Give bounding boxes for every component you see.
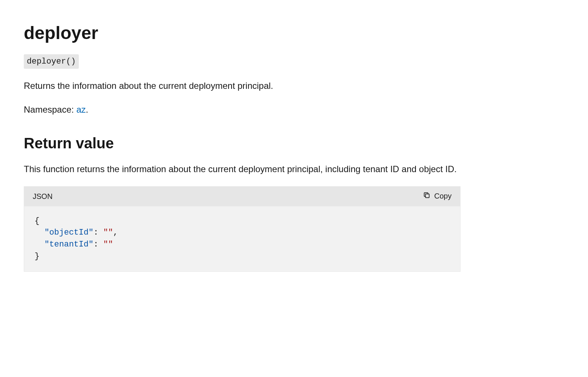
return-value-description: This function returns the information ab… <box>24 162 459 176</box>
namespace-line: Namespace: az. <box>24 103 459 116</box>
code-token: { <box>35 216 39 226</box>
function-signature: deployer() <box>24 54 79 69</box>
svg-rect-0 <box>426 194 429 198</box>
code-token: "objectId" <box>44 228 93 237</box>
code-block-body: { "objectId": "", "tenantId": "" } <box>24 206 461 272</box>
page-heading: deployer <box>24 22 564 44</box>
code-token: "tenantId" <box>44 240 93 249</box>
code-token: : <box>93 228 103 237</box>
code-token: } <box>35 252 39 261</box>
code-token: "" <box>103 228 113 237</box>
copy-button-label: Copy <box>434 192 452 200</box>
code-token: , <box>113 228 118 237</box>
code-token <box>35 240 44 249</box>
copy-icon <box>423 191 430 201</box>
code-block: JSON Copy { "objectId": "", "tenantId": … <box>24 186 461 272</box>
namespace-suffix: . <box>86 104 88 115</box>
function-description: Returns the information about the curren… <box>24 79 459 93</box>
code-block-header: JSON Copy <box>24 186 461 206</box>
return-value-heading: Return value <box>24 134 564 152</box>
namespace-label: Namespace: <box>24 104 76 115</box>
code-token: : <box>93 240 103 249</box>
copy-button[interactable]: Copy <box>423 191 452 201</box>
code-language-label: JSON <box>33 191 52 202</box>
code-token <box>35 228 44 237</box>
namespace-link[interactable]: az <box>76 104 85 115</box>
code-token: "" <box>103 240 113 249</box>
